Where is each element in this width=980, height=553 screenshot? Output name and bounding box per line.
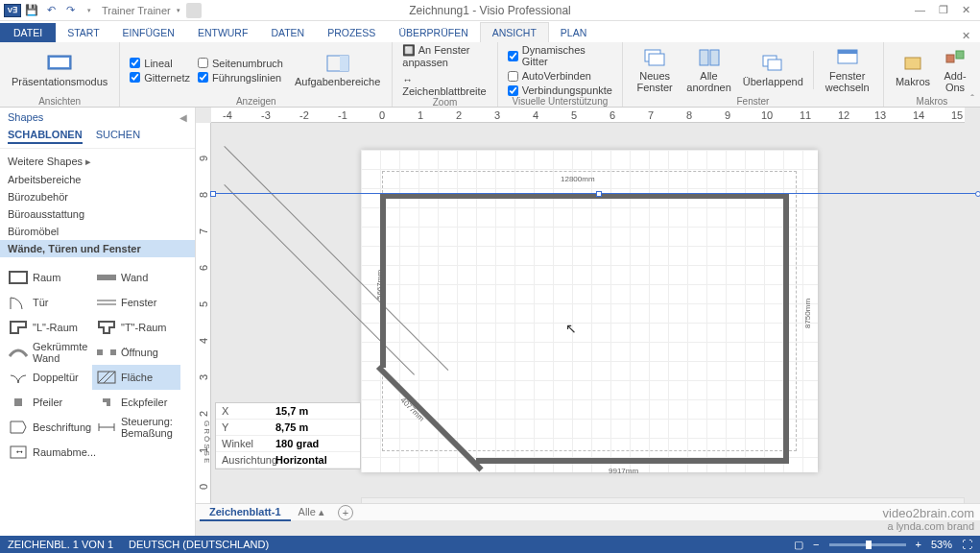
- svg-rect-15: [10, 272, 27, 283]
- makros-button[interactable]: Makros: [890, 44, 936, 96]
- user-area[interactable]: Trainer Trainer ▾: [102, 3, 202, 18]
- svg-rect-24: [14, 398, 22, 406]
- svg-rect-12: [905, 58, 920, 69]
- room-shape[interactable]: [380, 193, 789, 464]
- prop-x-value[interactable]: 15,7 m: [270, 403, 360, 419]
- fit-to-window-icon[interactable]: ⛶: [962, 539, 972, 550]
- uberlappend-button[interactable]: Überlappend: [737, 44, 809, 96]
- dim-right: 8750mm: [803, 299, 812, 328]
- addons-icon: [942, 47, 968, 68]
- redo-icon[interactable]: ↷: [61, 2, 79, 19]
- shape-tur[interactable]: Tür: [4, 290, 92, 315]
- status-page[interactable]: ZEICHENBL. 1 VON 1: [8, 539, 113, 550]
- shape-gekrummte[interactable]: Gekrümmte Wand: [4, 340, 92, 365]
- shape-wand[interactable]: Wand: [92, 265, 180, 290]
- selection-handle[interactable]: [210, 191, 216, 197]
- tab-entwurf[interactable]: ENTWURF: [186, 23, 260, 42]
- mouse-cursor-icon: ↖: [565, 321, 577, 336]
- tab-suchen[interactable]: SUCHEN: [96, 129, 140, 144]
- svg-line-22: [98, 372, 109, 383]
- zoom-out-icon[interactable]: −: [813, 539, 819, 550]
- svg-rect-20: [110, 349, 116, 355]
- fenster-wechseln-button[interactable]: Fenster wechseln: [817, 44, 877, 96]
- shape-flache[interactable]: Fläche: [92, 365, 180, 390]
- selection-handle[interactable]: [596, 191, 602, 197]
- ribbon-close-icon[interactable]: ✕: [962, 30, 980, 42]
- collapse-pane-icon[interactable]: ◀: [179, 112, 187, 123]
- shape-steuerung[interactable]: Steuerung: Bemaßung: [92, 415, 180, 440]
- svg-rect-19: [97, 349, 103, 355]
- alle-anordnen-button[interactable]: Alle anordnen: [681, 44, 736, 96]
- cat-buroausstattung[interactable]: Büroausstattung: [0, 205, 195, 223]
- shape-doppeltur[interactable]: Doppeltür: [4, 365, 92, 390]
- page-width-button[interactable]: ↔ Zeichenblattbreite: [402, 74, 488, 97]
- zoom-slider[interactable]: [829, 543, 906, 546]
- lineal-checkbox[interactable]: Lineal: [130, 58, 190, 69]
- cat-arbeitsbereiche[interactable]: Arbeitsbereiche: [0, 171, 195, 188]
- tab-einfugen[interactable]: EINFÜGEN: [111, 23, 186, 42]
- neues-fenster-button[interactable]: Neues Fenster: [629, 44, 681, 96]
- shape-fenster[interactable]: Fenster: [92, 290, 180, 315]
- zoom-in-icon[interactable]: +: [916, 539, 921, 550]
- minimize-icon[interactable]: —: [915, 4, 925, 16]
- fit-window-button[interactable]: 🔲 An Fenster anpassen: [402, 44, 488, 68]
- tab-plan[interactable]: PLAN: [549, 23, 598, 42]
- prop-y-value[interactable]: 8,75 m: [270, 420, 360, 435]
- fuhrungslinien-checkbox[interactable]: Führungslinien: [198, 72, 283, 84]
- tab-prozess[interactable]: PROZESS: [316, 23, 387, 42]
- svg-rect-3: [340, 56, 348, 71]
- status-language[interactable]: DEUTSCH (DEUTSCHLAND): [129, 539, 269, 550]
- tab-uberprufen[interactable]: ÜBERPRÜFEN: [387, 23, 479, 42]
- prop-orient-value[interactable]: Horizontal: [270, 452, 360, 468]
- svg-rect-11: [838, 50, 857, 54]
- save-icon[interactable]: 💾: [23, 2, 40, 19]
- verbindungspunkte-checkbox[interactable]: Verbindungspunkte: [508, 84, 612, 96]
- tab-daten[interactable]: DATEN: [259, 23, 316, 42]
- shape-raumabmessung[interactable]: ↔Raumabme...: [4, 440, 92, 465]
- tab-ansicht[interactable]: ANSICHT: [480, 22, 549, 42]
- prop-angle-value[interactable]: 180 grad: [270, 436, 360, 451]
- gitternetz-checkbox[interactable]: Gitternetz: [130, 72, 190, 84]
- shape-eckpfeiler[interactable]: Eckpfeiler: [92, 390, 180, 415]
- selection-guide[interactable]: [213, 193, 978, 194]
- user-dropdown-icon[interactable]: ▾: [177, 7, 180, 14]
- record-macro-icon[interactable]: ▢: [794, 539, 803, 551]
- wall-bottom[interactable]: [476, 458, 789, 464]
- wall-right[interactable]: [783, 193, 789, 464]
- aufgabenbereiche-button[interactable]: Aufgabenbereiche: [287, 44, 386, 96]
- presentation-mode-button[interactable]: Präsentationsmodus: [6, 44, 113, 96]
- dyn-gitter-checkbox[interactable]: Dynamisches Gitter: [508, 44, 612, 67]
- avatar[interactable]: [186, 3, 202, 18]
- rotation-handle[interactable]: [975, 191, 980, 197]
- tab-schablonen[interactable]: SCHABLONEN: [8, 129, 83, 144]
- addons-button[interactable]: Add-Ons: [936, 44, 974, 96]
- group-visuelle: Dynamisches Gitter AutoVerbinden Verbind…: [498, 42, 623, 107]
- shape-offnung[interactable]: Öffnung: [92, 340, 180, 365]
- close-icon[interactable]: ✕: [962, 4, 970, 16]
- tab-file[interactable]: DATEI: [0, 23, 56, 42]
- seitenumbruch-checkbox[interactable]: Seitenumbruch: [198, 58, 283, 69]
- sheet-tab-1[interactable]: Zeichenblatt-1: [200, 504, 291, 521]
- svg-rect-1: [50, 58, 69, 67]
- tab-start[interactable]: START: [56, 23, 110, 42]
- wall-diagonal[interactable]: [376, 365, 484, 472]
- autoverbinden-checkbox[interactable]: AutoVerbinden: [508, 70, 612, 82]
- shape-traum[interactable]: "T"-Raum: [92, 315, 180, 340]
- shape-lraum[interactable]: "L"-Raum: [4, 315, 92, 340]
- size-position-window[interactable]: GRÖSSE X15,7 m Y8,75 m Winkel180 grad Au…: [215, 402, 361, 469]
- shape-raum[interactable]: Raum: [4, 265, 92, 290]
- cat-weitere[interactable]: Weitere Shapes: [0, 153, 195, 171]
- qat-dropdown-icon[interactable]: ▾: [81, 2, 98, 19]
- cat-buromobel[interactable]: Büromöbel: [0, 223, 195, 240]
- zoom-value[interactable]: 53%: [931, 539, 952, 550]
- shape-pfeiler[interactable]: Pfeiler: [4, 390, 92, 415]
- shape-beschriftung[interactable]: Beschriftung: [4, 415, 92, 440]
- all-sheets-dropdown[interactable]: Alle ▴: [291, 506, 332, 518]
- collapse-ribbon-icon[interactable]: ˆ: [970, 93, 974, 105]
- cat-burozubehor[interactable]: Bürozubehör: [0, 188, 195, 205]
- canvas-area[interactable]: -4-3-2-1 0123 4567 891011 12131415 9876 …: [196, 108, 980, 536]
- restore-icon[interactable]: ❐: [939, 4, 948, 16]
- undo-icon[interactable]: ↶: [42, 2, 60, 19]
- add-sheet-button[interactable]: +: [338, 505, 353, 520]
- cat-wande[interactable]: Wände, Türen und Fenster: [0, 240, 195, 257]
